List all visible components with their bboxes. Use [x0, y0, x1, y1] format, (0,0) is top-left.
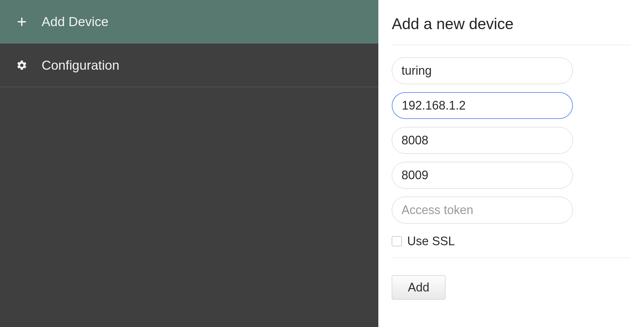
use-ssl-checkbox[interactable]: [392, 236, 402, 246]
device-name-input[interactable]: [392, 57, 573, 84]
page-title: Add a new device: [392, 15, 631, 45]
device-port2-input[interactable]: [392, 162, 573, 189]
sidebar-item-configuration[interactable]: Configuration: [0, 44, 378, 87]
sidebar-item-label: Add Device: [42, 14, 108, 29]
use-ssl-label: Use SSL: [407, 234, 455, 248]
add-button[interactable]: Add: [392, 275, 445, 300]
app-root: Add Device Configuration Add a new devic…: [0, 0, 644, 327]
sidebar-item-add-device[interactable]: Add Device: [0, 0, 378, 44]
add-device-form: Use SSL Add: [392, 45, 631, 300]
device-port1-input[interactable]: [392, 127, 573, 154]
gear-icon: [15, 60, 29, 71]
submit-row: Add: [392, 266, 631, 300]
plus-icon: [15, 16, 29, 27]
sidebar-item-label: Configuration: [42, 58, 119, 73]
sidebar: Add Device Configuration: [0, 0, 378, 327]
device-host-input[interactable]: [392, 92, 573, 119]
main-panel: Add a new device Use SSL Add: [378, 0, 644, 327]
ssl-row: Use SSL: [392, 234, 631, 258]
access-token-input[interactable]: [392, 197, 573, 223]
